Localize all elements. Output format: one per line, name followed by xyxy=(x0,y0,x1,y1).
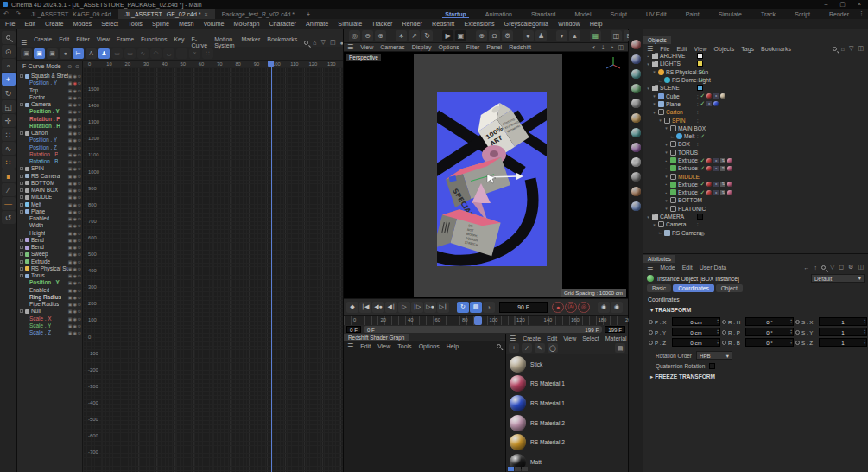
objects-menu-objects[interactable]: Objects xyxy=(714,46,735,52)
expand-icon[interactable]: ▾ xyxy=(664,174,668,179)
track-row-position-y[interactable]: Position . Y▣◉⊙ xyxy=(17,108,82,115)
shader-menu-tools[interactable]: Tools xyxy=(397,343,411,349)
track-toggle-icon[interactable]: ⊙ xyxy=(78,230,81,237)
track-toggle-icon[interactable]: ◉ xyxy=(73,208,76,215)
animation-dot[interactable] xyxy=(722,330,726,335)
menu-character[interactable]: Character xyxy=(269,20,296,28)
track-toggle-icon[interactable]: ▣ xyxy=(68,215,73,222)
tree-row-controls[interactable]: ∶✓▸⇅ xyxy=(697,181,732,188)
track-toggle-icon[interactable]: ▣ xyxy=(68,130,73,137)
coord-grid-icon[interactable]: ▦ xyxy=(590,30,601,41)
plugin-icon[interactable] xyxy=(631,143,641,152)
expand-icon[interactable]: ▾ xyxy=(652,101,656,106)
material-preview[interactable] xyxy=(510,375,526,392)
fcurve-playhead-handle[interactable] xyxy=(268,61,274,67)
track-toggles[interactable]: ▣◉⊙ xyxy=(68,116,82,123)
track-toggles[interactable]: ▣◉⊙ xyxy=(68,279,82,286)
uv-tag[interactable]: ⇅ xyxy=(720,166,725,171)
visibility-dots[interactable]: ∶ xyxy=(697,101,699,107)
tree-row-controls[interactable]: ∶✓▸⇅ xyxy=(697,189,732,196)
track-toggle-icon[interactable]: ◉ xyxy=(73,287,76,294)
material-tag[interactable] xyxy=(706,190,712,195)
viewport-menu-view[interactable]: View xyxy=(360,44,373,50)
character-button[interactable]: ♟ xyxy=(98,48,110,59)
track-toggles[interactable]: ▣◉⊙ xyxy=(68,151,82,158)
fcurve-ruler[interactable]: 0102030405060708090100110120130 xyxy=(83,61,343,67)
track-toggles[interactable]: ▣◉⊙ xyxy=(68,287,82,294)
menu-redshift[interactable]: Redshift xyxy=(432,20,454,28)
track-toggles[interactable]: ▣◉⊙ xyxy=(68,94,82,101)
track-checkbox[interactable] xyxy=(20,131,23,135)
sound-button[interactable]: ♪ xyxy=(483,302,495,313)
track-toggle-icon[interactable]: ◉ xyxy=(73,87,76,94)
tree-row-controls[interactable]: ∶✓▸⇅ xyxy=(697,157,732,164)
material-tag[interactable] xyxy=(720,93,725,99)
track-toggles[interactable]: ▣◉⊙ xyxy=(68,208,82,215)
track-toggles[interactable]: ▣◉⊙ xyxy=(68,187,82,194)
transform-input[interactable]: 1▴▾ xyxy=(819,328,867,336)
spinner-icon[interactable]: ▴▾ xyxy=(717,339,719,346)
expand-icon[interactable]: ▪ xyxy=(664,158,668,163)
redshift-tag[interactable]: ▸ xyxy=(713,93,719,99)
menu-select[interactable]: Select xyxy=(101,20,118,28)
visibility-dots[interactable]: ∶ xyxy=(697,174,699,180)
menu-render[interactable]: Render xyxy=(402,20,422,28)
visibility-dots[interactable]: ∶ xyxy=(697,125,699,131)
track-checkbox[interactable] xyxy=(20,252,23,256)
ease-tangent-button[interactable]: ◠ xyxy=(150,48,162,59)
track-toggle-icon[interactable]: ▣ xyxy=(68,316,73,322)
menu-simulate[interactable]: Simulate xyxy=(338,20,362,28)
back-icon[interactable]: ← xyxy=(803,265,809,271)
visibility-dots[interactable]: ∶ xyxy=(697,150,699,156)
track-toggle-icon[interactable]: ▣ xyxy=(68,294,73,301)
home-icon[interactable]: ⌂ xyxy=(841,46,845,52)
enabled-check-icon[interactable]: ✓ xyxy=(700,133,706,140)
material-tag[interactable] xyxy=(727,158,732,163)
visibility-dots[interactable]: ∶ xyxy=(697,197,699,203)
track-toggle-icon[interactable]: ⊙ xyxy=(78,108,81,115)
track-toggles[interactable]: ▣◉⊙ xyxy=(68,230,82,237)
track-toggle-icon[interactable]: ⊙ xyxy=(78,116,81,123)
track-row-position-y[interactable]: Position . Y▣◉⊙ xyxy=(17,279,82,286)
track-toggle-icon[interactable]: ⊙ xyxy=(78,173,81,180)
material-item[interactable]: RS Material 1 xyxy=(506,374,628,394)
expand-icon[interactable]: ▾ xyxy=(664,198,668,203)
minimize-button[interactable]: – xyxy=(824,1,827,8)
viewport-menu-display[interactable]: Display xyxy=(412,44,432,50)
auto-mode-button[interactable]: A xyxy=(86,48,97,59)
track-row-camera[interactable]: Camera▣◉⊙ xyxy=(17,101,82,108)
expand-icon[interactable]: ∟ xyxy=(658,230,662,235)
track-toggle-icon[interactable]: ▣ xyxy=(68,222,73,229)
tree-row-controls[interactable] xyxy=(697,214,703,220)
search-icon[interactable] xyxy=(821,265,826,270)
track-toggles[interactable]: ▣◉⊙ xyxy=(68,215,82,222)
tree-row-controls[interactable] xyxy=(697,85,703,91)
track-toggle-icon[interactable]: ◉ xyxy=(73,180,76,187)
track-toggle-icon[interactable]: ▣ xyxy=(68,308,73,315)
workspace-tab-track[interactable]: Track xyxy=(751,9,785,19)
track-toggle-icon[interactable]: ⊙ xyxy=(78,265,81,272)
track-toggle-icon[interactable]: ⊙ xyxy=(78,215,81,222)
tree-row-controls[interactable]: ∶ xyxy=(697,206,699,212)
target-icon[interactable]: ◎ xyxy=(700,230,705,236)
track-toggle-icon[interactable]: ◉ xyxy=(73,301,76,308)
track-toggles[interactable]: ▣◉⊙ xyxy=(68,108,82,115)
workspace-tab-sculpt[interactable]: Sculpt xyxy=(600,9,636,19)
workspace-tab-animation[interactable]: Animation xyxy=(476,9,522,19)
timeline-menu-create[interactable]: Create xyxy=(34,36,52,48)
uv-tag[interactable]: ⇅ xyxy=(720,158,725,163)
fcurve-playhead[interactable] xyxy=(271,61,272,472)
autokey-button[interactable]: Ⓐ xyxy=(565,302,577,313)
expand-icon[interactable]: ▾ xyxy=(652,69,656,74)
redshift-tag[interactable]: ▸ xyxy=(713,158,719,163)
track-toggle-icon[interactable]: ⊙ xyxy=(78,137,81,144)
track-toggle-icon[interactable]: ⊙ xyxy=(78,80,81,86)
track-row-bend[interactable]: Bend▣◉⊙ xyxy=(17,237,82,244)
track-row-rotation-b[interactable]: Rotation . B▣◉⊙ xyxy=(17,158,82,165)
track-toggles[interactable]: ▣◉⊙ xyxy=(68,244,82,251)
animation-dot[interactable] xyxy=(649,330,653,335)
track-row-position-y[interactable]: Position . Y▣◉⊙ xyxy=(17,137,82,144)
menu-mesh[interactable]: Mesh xyxy=(179,20,194,28)
timeline-menu-edit[interactable]: Edit xyxy=(59,36,69,48)
workspace-tab-paint[interactable]: Paint xyxy=(676,9,709,19)
